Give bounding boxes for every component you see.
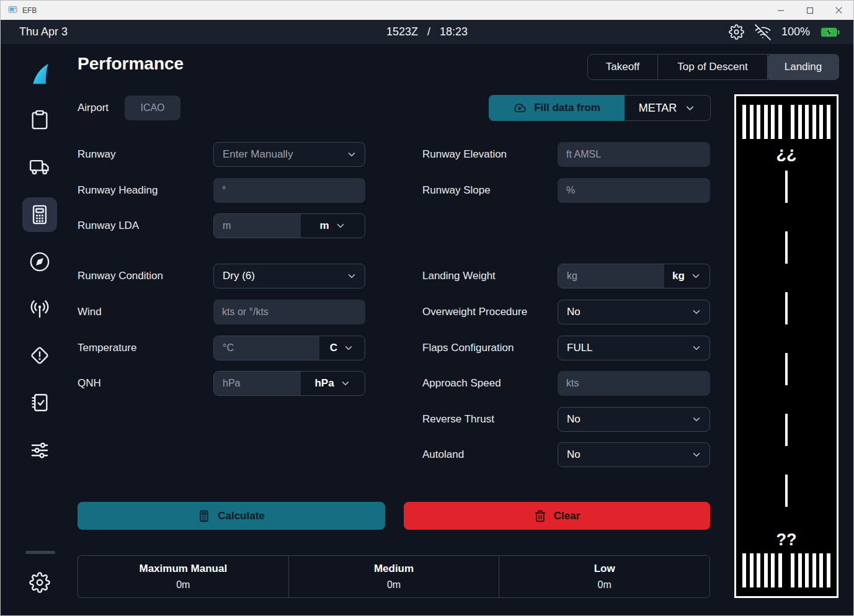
main-area: Performance Takeoff Top of Descent Landi…	[1, 44, 853, 615]
field-label: QNH	[78, 377, 213, 390]
runway-condition-select[interactable]: Dry (6)	[213, 264, 365, 288]
field-label: Wind	[78, 306, 213, 318]
qnh-input[interactable]	[214, 372, 301, 395]
unit-value: m	[319, 220, 329, 232]
qnh-unit-select[interactable]: hPa	[301, 372, 365, 395]
runway-select-value: Enter Manually	[223, 148, 293, 161]
field-label: Landing Weight	[422, 270, 558, 282]
result-label: Medium	[374, 563, 414, 575]
settings-icon[interactable]	[729, 24, 744, 40]
airline-logo	[25, 59, 55, 89]
fill-data-from-label: Fill data from	[534, 102, 600, 114]
utc-time: 1523Z	[386, 25, 418, 38]
tab-top-of-descent[interactable]: Top of Descent	[658, 55, 768, 79]
local-time: 18:23	[440, 25, 468, 38]
runway-diagram: ¿¿ ??	[734, 94, 838, 598]
chevron-down-icon	[684, 102, 696, 114]
checklist-icon	[29, 392, 50, 413]
field-label: Autoland	[422, 449, 558, 461]
sidebar-item-clipboard[interactable]	[25, 105, 55, 135]
runway-lda-field: m	[213, 213, 365, 238]
close-button[interactable]	[824, 1, 853, 20]
runway-slope-input[interactable]	[558, 178, 710, 203]
runway-lda-input[interactable]	[214, 214, 301, 238]
result-label: Maximum Manual	[139, 563, 227, 575]
warning-diamond-icon	[29, 345, 50, 366]
app-icon	[8, 4, 18, 17]
battery-percentage: 100%	[781, 25, 810, 38]
airport-icao-input[interactable]	[125, 96, 180, 120]
chevron-down-icon	[690, 270, 701, 282]
form-row-wind: Wind	[78, 300, 365, 324]
temperature-field: C	[213, 336, 365, 360]
result-maximum-manual: Maximum Manual 0m	[78, 556, 289, 597]
runway-threshold-stripes-far	[742, 105, 830, 139]
clear-button[interactable]: Clear	[404, 502, 710, 530]
form-row-runway-lda: Runway LDA m	[78, 213, 365, 238]
cloud-download-icon	[513, 101, 527, 115]
sidebar-item-broadcast[interactable]	[25, 295, 55, 324]
landing-weight-input[interactable]	[558, 264, 664, 288]
tab-takeoff[interactable]: Takeoff	[588, 55, 658, 79]
tail-fin-icon	[33, 64, 48, 84]
field-label: Reverse Thrust	[422, 413, 558, 426]
result-label: Low	[594, 563, 615, 575]
field-label: Overweight Procedure	[422, 306, 558, 318]
autoland-value: No	[567, 449, 580, 461]
battery-charging-icon	[821, 27, 840, 37]
sidebar-item-alerts[interactable]	[25, 341, 55, 370]
fill-source-select[interactable]: METAR	[625, 95, 711, 121]
chevron-down-icon	[691, 342, 702, 354]
sidebar-item-performance[interactable]	[25, 200, 55, 230]
window-title: EFB	[22, 6, 37, 15]
field-label: Runway Elevation	[422, 148, 558, 161]
tab-landing[interactable]: Landing	[767, 54, 839, 80]
clock: 1523Z / 18:23	[386, 25, 468, 38]
results-table: Maximum Manual 0m Medium 0m Low 0m	[78, 555, 710, 598]
approach-speed-input[interactable]	[558, 371, 710, 396]
maximize-button[interactable]	[795, 1, 824, 20]
clock-separator: /	[427, 25, 430, 38]
calculate-button[interactable]: Calculate	[78, 502, 385, 530]
sidebar-item-truck[interactable]	[25, 152, 55, 182]
chevron-down-icon	[340, 378, 351, 389]
sidebar-item-compass[interactable]	[25, 247, 55, 277]
antenna-icon	[29, 299, 50, 320]
window-titlebar: EFB	[1, 1, 853, 20]
chevron-down-icon	[335, 220, 346, 231]
field-label: Runway Heading	[78, 184, 213, 197]
sidebar-item-settings[interactable]	[25, 568, 55, 597]
form-row-landing-weight: Landing Weight kg	[422, 264, 710, 288]
sidebar-item-options[interactable]	[25, 435, 55, 465]
form-row-qnh: QNH hPa	[78, 371, 365, 396]
overweight-procedure-select[interactable]: No	[558, 300, 710, 324]
wifi-off-icon[interactable]	[755, 24, 771, 40]
form-row-reverse-thrust: Reverse Thrust No	[422, 407, 710, 432]
fill-data-from-button[interactable]: Fill data from	[489, 95, 625, 121]
chevron-down-icon	[346, 149, 357, 160]
runway-select[interactable]: Enter Manually	[213, 142, 365, 167]
unit-value: hPa	[314, 377, 334, 390]
sidebar-item-checklist[interactable]	[25, 388, 55, 417]
minimize-button[interactable]	[766, 1, 795, 20]
fill-source-value: METAR	[639, 102, 677, 115]
autoland-select[interactable]: No	[558, 442, 710, 467]
wind-input[interactable]	[213, 300, 365, 324]
form-row-runway-condition: Runway Condition Dry (6)	[78, 264, 365, 288]
runway-elevation-input[interactable]	[558, 142, 710, 167]
flaps-configuration-select[interactable]: FULL	[558, 336, 710, 360]
runway-lda-unit-select[interactable]: m	[301, 214, 365, 238]
result-value: 0m	[387, 579, 401, 591]
window-controls	[766, 1, 853, 20]
clear-label: Clear	[554, 510, 580, 522]
sidebar-divider	[25, 551, 55, 554]
temperature-unit-select[interactable]: C	[319, 336, 365, 360]
runway-centerline	[785, 171, 788, 524]
form-row-runway: Runway Enter Manually	[78, 142, 365, 167]
runway-heading-input[interactable]	[213, 178, 365, 203]
temperature-input[interactable]	[214, 336, 319, 360]
form-row-autoland: Autoland No	[422, 442, 710, 467]
efb-window: EFB Thu Apr 3 1523Z / 18:23 100%	[0, 0, 854, 616]
landing-weight-unit-select[interactable]: kg	[664, 264, 709, 288]
reverse-thrust-select[interactable]: No	[558, 407, 710, 432]
